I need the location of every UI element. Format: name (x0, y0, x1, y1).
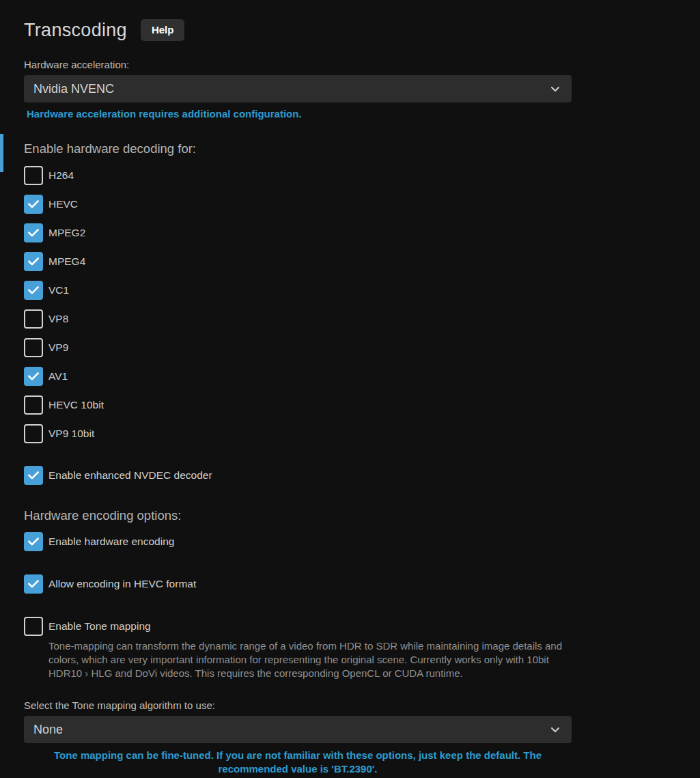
check-icon (27, 577, 40, 591)
checkbox-label: Allow encoding in HEVC format (48, 578, 196, 590)
checkbox-row-vp9-10bit[interactable]: VP9 10bit (24, 424, 94, 443)
checkbox-label: VC1 (48, 284, 69, 296)
hardware-acceleration-select[interactable]: Nvidia NVENC (24, 75, 572, 102)
checkbox-label: HEVC (48, 198, 78, 210)
tone-mapping-algorithm-select[interactable]: None (24, 716, 572, 743)
checkbox-row-vc1[interactable]: VC1 (24, 281, 69, 300)
tone-mapping-helper: Tone mapping can be fine-tuned. If you a… (24, 749, 572, 776)
encoding-heading: Hardware encoding options: (24, 508, 572, 523)
checkbox-row-tone-mapping[interactable]: Enable Tone mapping (24, 617, 151, 636)
checkbox-row-mpeg2[interactable]: MPEG2 (24, 223, 85, 242)
checkbox-enable-hw-encoding[interactable] (24, 532, 43, 551)
checkbox-row-hevc-10bit[interactable]: HEVC 10bit (24, 395, 104, 415)
check-icon (27, 283, 40, 297)
checkbox-label: VP8 (48, 313, 68, 325)
checkbox-row-vp9[interactable]: VP9 (24, 338, 68, 357)
checkbox-label: VP9 10bit (48, 428, 94, 440)
checkbox-label: Enable hardware encoding (48, 536, 174, 548)
hardware-acceleration-value: Nvidia NVENC (33, 82, 548, 96)
checkbox-mpeg4[interactable] (24, 252, 43, 271)
checkbox-hevc[interactable] (24, 195, 43, 214)
checkbox-label: H264 (48, 169, 74, 182)
checkbox-row-hevc-encoding[interactable]: Allow encoding in HEVC format (24, 574, 196, 594)
tone-mapping-description: Tone-mapping can transform the dynamic r… (48, 639, 569, 680)
check-icon (27, 535, 40, 548)
hardware-acceleration-helper: Hardware acceleration requires additiona… (24, 107, 572, 121)
page-title: Transcoding (24, 20, 127, 41)
checkbox-row-nvdec[interactable]: Enable enhanced NVDEC decoder (24, 466, 212, 485)
checkbox-av1[interactable] (24, 367, 43, 386)
checkbox-h264[interactable] (24, 166, 43, 185)
checkbox-row-vp8[interactable]: VP8 (24, 309, 68, 329)
checkbox-row-av1[interactable]: AV1 (24, 367, 68, 386)
checkbox-enable-tone-mapping[interactable] (24, 617, 43, 636)
checkbox-vc1[interactable] (24, 281, 43, 300)
page-header: Transcoding Help (24, 19, 572, 41)
checkbox-vp9-10bit[interactable] (24, 424, 43, 443)
checkbox-label: HEVC 10bit (48, 399, 104, 411)
check-icon (27, 370, 40, 383)
check-icon (27, 255, 40, 268)
checkbox-mpeg2[interactable] (24, 223, 43, 242)
checkbox-row-h264[interactable]: H264 (24, 166, 74, 185)
checkbox-label: Enable Tone mapping (48, 620, 151, 633)
checkbox-label: MPEG4 (48, 255, 85, 268)
chevron-down-icon (548, 82, 562, 96)
tone-mapping-algorithm-label: Select the Tone mapping algorithm to use… (24, 699, 572, 711)
checkbox-row-hw-encoding[interactable]: Enable hardware encoding (24, 532, 174, 551)
check-icon (27, 226, 40, 240)
decoding-heading: Enable hardware decoding for: (24, 141, 572, 156)
checkbox-label: VP9 (48, 342, 68, 354)
checkbox-hevc-10bit[interactable] (24, 395, 43, 415)
hardware-acceleration-label: Hardware acceleration: (24, 59, 572, 70)
check-icon (27, 469, 40, 482)
check-icon (27, 197, 40, 211)
chevron-down-icon (548, 723, 562, 736)
checkbox-label: Enable enhanced NVDEC decoder (48, 469, 212, 482)
checkbox-enhanced-nvdec[interactable] (24, 466, 43, 485)
tone-mapping-algorithm-value: None (33, 723, 548, 737)
checkbox-row-hevc[interactable]: HEVC (24, 195, 78, 214)
checkbox-label: AV1 (48, 370, 68, 383)
checkbox-vp8[interactable] (24, 309, 43, 329)
checkbox-label: MPEG2 (48, 227, 85, 239)
transcoding-settings-page: Transcoding Help Hardware acceleration: … (0, 0, 700, 776)
checkbox-vp9[interactable] (24, 338, 43, 357)
checkbox-row-mpeg4[interactable]: MPEG4 (24, 252, 85, 271)
help-button[interactable]: Help (141, 19, 185, 41)
checkbox-allow-hevc-encoding[interactable] (24, 574, 43, 594)
